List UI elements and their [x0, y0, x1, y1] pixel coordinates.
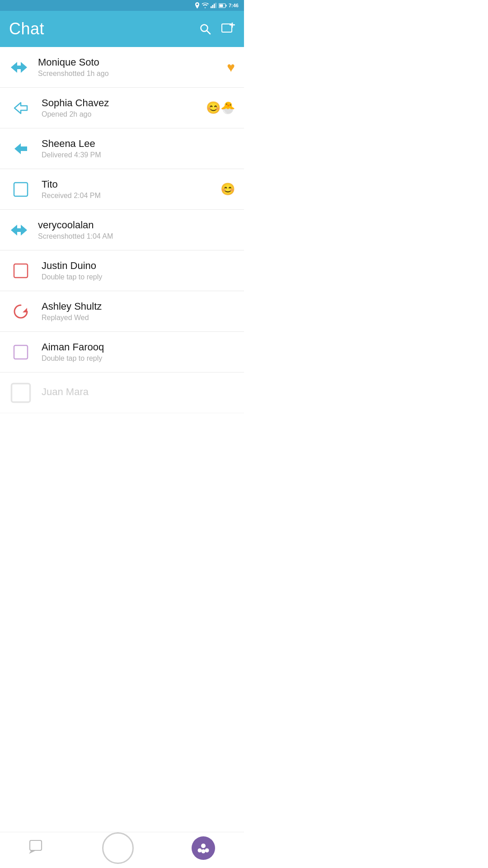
chat-name: Monique Soto	[38, 57, 221, 68]
location-icon	[195, 2, 200, 9]
chat-content: verycoolalan Screenshotted 1:04 AM	[38, 219, 235, 241]
header-actions	[199, 23, 235, 35]
chat-icon-delivered	[9, 137, 33, 160]
chat-item[interactable]: Ashley Shultz Replayed Wed	[0, 291, 244, 332]
chat-icon-screenshot	[9, 57, 29, 77]
chat-content: Aiman Farooq Double tap to reply	[42, 341, 235, 363]
chat-content: Justin Duino Double tap to reply	[42, 260, 235, 281]
svg-marker-15	[14, 143, 27, 154]
chat-name: Justin Duino	[42, 260, 235, 272]
chat-item[interactable]: Juan Mara	[0, 373, 244, 413]
chat-status: Screenshotted 1:04 AM	[38, 232, 235, 241]
chat-content: Juan Mara	[42, 386, 235, 399]
search-icon	[199, 23, 211, 35]
chat-icon-gray	[9, 381, 33, 405]
chat-badge: ♥	[227, 60, 235, 75]
chat-item[interactable]: Aiman Farooq Double tap to reply	[0, 332, 244, 373]
chat-item[interactable]: Sheena Lee Delivered 4:39 PM	[0, 128, 244, 169]
chat-icon-pending-purple	[9, 340, 33, 364]
battery-icon	[219, 3, 227, 8]
chat-item[interactable]: verycoolalan Screenshotted 1:04 AM	[0, 210, 244, 250]
svg-rect-20	[14, 345, 28, 359]
chat-name: Sophia Chavez	[42, 97, 201, 109]
chat-status: Received 2:04 PM	[42, 192, 215, 200]
svg-rect-5	[225, 5, 226, 6]
status-icons: 7:46	[195, 2, 239, 9]
chat-icon-opened	[9, 96, 33, 120]
svg-rect-3	[215, 3, 216, 8]
chat-icon-received	[9, 178, 33, 201]
svg-line-8	[207, 31, 211, 34]
status-time: 7:46	[229, 3, 239, 8]
app-header: Chat	[0, 11, 244, 47]
svg-rect-21	[11, 383, 30, 402]
chat-content: Ashley Shultz Replayed Wed	[42, 301, 235, 322]
svg-marker-14	[14, 103, 27, 113]
chat-content: Monique Soto Screenshotted 1h ago	[38, 57, 221, 78]
svg-rect-1	[212, 5, 213, 8]
chat-name: Aiman Farooq	[42, 341, 235, 353]
chat-list: Monique Soto Screenshotted 1h ago ♥ Soph…	[0, 47, 244, 413]
chat-status: Screenshotted 1h ago	[38, 70, 221, 78]
chat-name: verycoolalan	[38, 219, 235, 231]
chat-status: Opened 2h ago	[42, 110, 201, 118]
chat-item[interactable]: Monique Soto Screenshotted 1h ago ♥	[0, 47, 244, 88]
chat-name: Ashley Shultz	[42, 301, 235, 312]
chat-status: Replayed Wed	[42, 314, 235, 322]
svg-marker-12	[11, 62, 27, 73]
svg-rect-18	[14, 264, 28, 278]
chat-icon-screenshot	[9, 220, 29, 240]
svg-marker-19	[23, 308, 27, 312]
new-chat-icon	[221, 23, 235, 35]
chat-status: Double tap to reply	[42, 354, 235, 363]
chat-content: Sophia Chavez Opened 2h ago	[42, 97, 201, 118]
svg-rect-0	[211, 6, 212, 8]
signal-icon	[211, 3, 217, 8]
status-bar: 7:46	[0, 0, 244, 11]
chat-icon-pending-red	[9, 259, 33, 283]
page-title: Chat	[9, 19, 199, 38]
svg-rect-2	[214, 4, 215, 8]
chat-badge: 😊	[221, 182, 235, 196]
search-button[interactable]	[199, 23, 211, 35]
svg-rect-16	[14, 183, 28, 196]
chat-badge: 😊🐣	[206, 101, 235, 115]
svg-marker-17	[11, 225, 27, 236]
new-chat-button[interactable]	[221, 23, 235, 35]
chat-item[interactable]: Justin Duino Double tap to reply	[0, 250, 244, 291]
chat-status: Delivered 4:39 PM	[42, 151, 235, 159]
chat-icon-replay	[9, 300, 33, 323]
chat-content: Sheena Lee Delivered 4:39 PM	[42, 138, 235, 159]
chat-name: Juan Mara	[42, 386, 235, 398]
wifi-icon	[202, 3, 209, 8]
chat-name: Tito	[42, 179, 215, 190]
chat-name: Sheena Lee	[42, 138, 235, 150]
chat-content: Tito Received 2:04 PM	[42, 179, 215, 200]
chat-item[interactable]: Tito Received 2:04 PM 😊	[0, 169, 244, 210]
chat-item[interactable]: Sophia Chavez Opened 2h ago 😊🐣	[0, 88, 244, 128]
chat-status: Double tap to reply	[42, 273, 235, 281]
